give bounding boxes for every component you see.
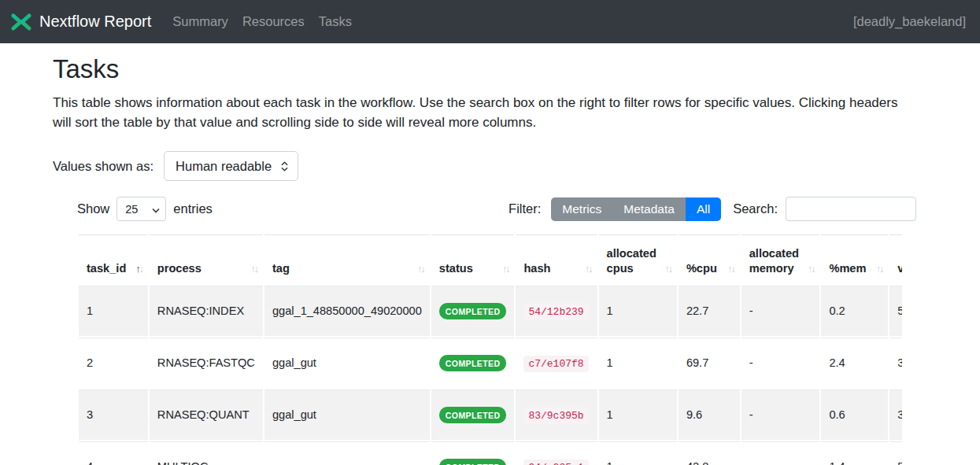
column-label: tag xyxy=(272,262,290,275)
cell-allocated_memory: - xyxy=(741,338,820,388)
nav-links: Summary Resources Tasks xyxy=(165,14,359,29)
cell-task_id: 4 xyxy=(79,441,148,465)
filter-group: Filter: Metrics Metadata All xyxy=(508,197,721,221)
cell-status: COMPLETED xyxy=(431,389,515,440)
main-content: Tasks This table shows information about… xyxy=(0,43,980,465)
cell-hash: 54/12b239 xyxy=(516,286,597,336)
sort-icon: ↑↓ xyxy=(876,263,883,275)
column-header-tag[interactable]: tag↑↓ xyxy=(264,234,430,284)
brand-title: Nextflow Report xyxy=(39,13,151,31)
cell-process: RNASEQ:QUANT xyxy=(150,389,263,440)
nextflow-logo-icon xyxy=(11,12,31,32)
cell-status: COMPLETED xyxy=(431,441,515,465)
cell-vmem: 368.95 MB xyxy=(889,389,902,440)
cell-pct_mem: 1.4 xyxy=(821,441,888,465)
cell-status: COMPLETED xyxy=(431,286,515,336)
sort-icon: ↑↓ xyxy=(808,263,815,275)
values-shown-row: Values shown as: Human readable xyxy=(53,151,939,181)
table-row: 3RNASEQ:QUANTggal_gutCOMPLETED83/9c395b1… xyxy=(79,389,902,440)
show-label: Show xyxy=(77,201,109,216)
values-shown-value: Human readable xyxy=(176,159,272,174)
cell-pct_cpu: 69.7 xyxy=(679,338,740,388)
cell-process: RNASEQ:INDEX xyxy=(150,286,263,336)
column-label: allocated memory xyxy=(749,247,799,275)
sort-icon: ↑↓ xyxy=(417,263,424,275)
datatable-section: Show 25 entries Filter: Metrics Metadata… xyxy=(77,197,902,465)
cell-process: MULTIQC xyxy=(150,441,263,465)
column-label: %mem xyxy=(829,262,866,275)
cell-tag: ggal_gut xyxy=(264,389,430,440)
table-row: 1RNASEQ:INDEXggal_1_48850000_49020000COM… xyxy=(79,286,902,336)
table-row: 2RNASEQ:FASTQCggal_gutCOMPLETEDc7/e107f8… xyxy=(79,338,902,388)
cell-vmem: 571.58 MB xyxy=(889,441,902,465)
cell-allocated_memory: - xyxy=(741,389,820,440)
values-shown-select[interactable]: Human readable xyxy=(164,151,298,181)
table-header-row: task_id↑↓process↑↓tag↑↓status↑↓hash↑↓all… xyxy=(79,234,902,284)
entries-label: entries xyxy=(173,201,213,216)
nav-link-resources[interactable]: Resources xyxy=(235,14,312,29)
status-badge: COMPLETED xyxy=(439,407,507,423)
navbar-brand[interactable]: Nextflow Report xyxy=(11,12,151,32)
search-input[interactable] xyxy=(786,197,916,221)
table-row: 4MULTIQC-COMPLETED94/c235e1142.8-1.4571.… xyxy=(79,441,902,465)
cell-allocated_memory: - xyxy=(741,286,820,336)
cell-hash: c7/e107f8 xyxy=(516,338,597,388)
hash-code: 83/9c395b xyxy=(523,408,588,424)
cell-tag: - xyxy=(264,441,430,465)
sort-icon: ↑↓ xyxy=(664,263,671,275)
column-header-status[interactable]: status↑↓ xyxy=(431,234,515,284)
column-header-allocated_cpus[interactable]: allocated cpus↑↓ xyxy=(599,234,677,284)
sort-icon: ↑↓ xyxy=(585,263,592,275)
column-header-hash[interactable]: hash↑↓ xyxy=(516,234,597,284)
cell-vmem: 52.016 MB xyxy=(889,286,902,336)
sort-icon: ↑↓ xyxy=(727,263,734,275)
column-header-pct_cpu[interactable]: %cpu↑↓ xyxy=(679,234,740,284)
column-header-vmem[interactable]: vmem↑↓ xyxy=(889,234,902,284)
column-label: process xyxy=(157,262,202,275)
cell-vmem: 3.002 xyxy=(889,338,902,388)
filter-button-metadata[interactable]: Metadata xyxy=(612,197,686,221)
page-description: This table shows information about each … xyxy=(53,94,919,132)
page-length-value: 25 xyxy=(125,203,138,216)
filter-label: Filter: xyxy=(508,201,541,216)
cell-tag: ggal_gut xyxy=(264,338,430,388)
cell-allocated_cpus: 1 xyxy=(599,389,677,440)
filter-button-metrics[interactable]: Metrics xyxy=(551,197,612,221)
status-badge: COMPLETED xyxy=(439,355,507,371)
show-entries-group: Show 25 entries xyxy=(77,197,213,221)
column-header-task_id[interactable]: task_id↑↓ xyxy=(79,234,148,284)
table-controls-row: Show 25 entries Filter: Metrics Metadata… xyxy=(77,197,916,221)
page-length-select[interactable]: 25 xyxy=(116,197,166,221)
column-header-process[interactable]: process↑↓ xyxy=(150,234,263,284)
hash-code: 54/12b239 xyxy=(523,304,588,320)
nav-link-tasks[interactable]: Tasks xyxy=(312,14,359,29)
select-caret-icon xyxy=(152,203,160,216)
select-updown-icon xyxy=(281,161,288,172)
cell-pct_cpu: 9.6 xyxy=(679,389,740,440)
column-label: vmem xyxy=(897,262,902,275)
hash-code: 94/c235e1 xyxy=(523,459,588,465)
status-badge: COMPLETED xyxy=(439,303,507,319)
cell-pct_mem: 0.6 xyxy=(821,389,888,440)
run-name: [deadly_baekeland] xyxy=(853,14,966,29)
cell-allocated_cpus: 1 xyxy=(599,286,677,336)
column-label: %cpu xyxy=(686,262,717,275)
filter-button-all[interactable]: All xyxy=(686,197,721,221)
cell-task_id: 2 xyxy=(79,338,148,388)
page-title: Tasks xyxy=(53,54,939,84)
nav-link-summary[interactable]: Summary xyxy=(165,14,235,29)
filter-button-group: Metrics Metadata All xyxy=(551,197,721,221)
cell-pct_mem: 0.2 xyxy=(821,286,888,336)
cell-task_id: 3 xyxy=(79,389,148,440)
column-header-pct_mem[interactable]: %mem↑↓ xyxy=(821,234,888,284)
hash-code: c7/e107f8 xyxy=(523,356,588,372)
cell-allocated_cpus: 1 xyxy=(599,338,677,388)
search-label: Search: xyxy=(733,201,778,216)
status-badge: COMPLETED xyxy=(439,459,507,465)
tasks-table: task_id↑↓process↑↓tag↑↓status↑↓hash↑↓all… xyxy=(77,233,902,465)
column-header-allocated_memory[interactable]: allocated memory↑↓ xyxy=(741,234,820,284)
column-label: status xyxy=(439,262,473,275)
values-shown-label: Values shown as: xyxy=(53,159,153,174)
cell-pct_cpu: 42.8 xyxy=(679,441,740,465)
column-label: task_id xyxy=(87,262,126,275)
